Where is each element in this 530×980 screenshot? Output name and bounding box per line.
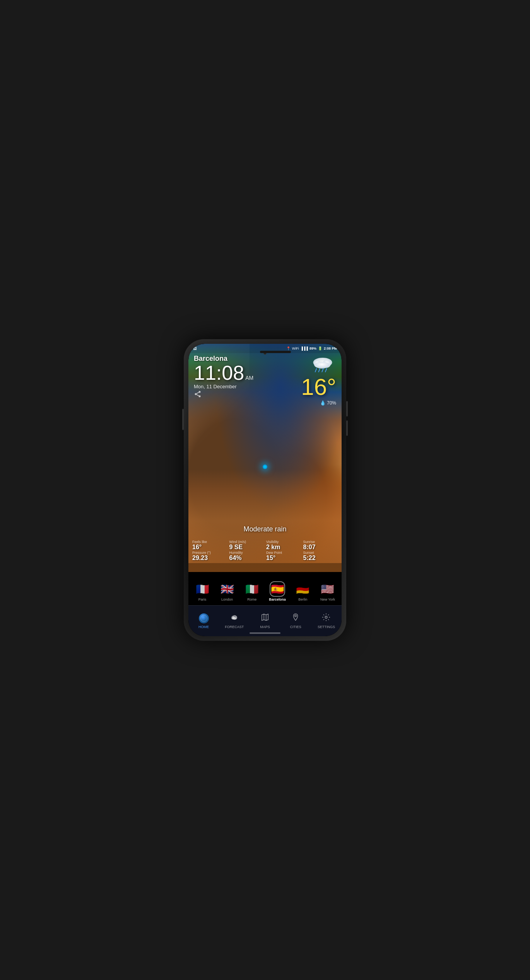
svg-line-7 xyxy=(325,369,327,372)
location-dot xyxy=(263,464,267,469)
sunset-label: Sunset xyxy=(303,551,314,555)
status-right: 📍 WiFi ▐▐▐ 89% 🔋 2:08 PM xyxy=(286,347,337,350)
sunrise-value: 8:07 xyxy=(303,544,316,551)
settings-icon xyxy=(322,613,330,623)
london-label: London xyxy=(221,598,233,601)
time-main: 11:08 xyxy=(194,363,244,383)
feels-like-stat: Feels like 16° Pressure (") 29.23 xyxy=(192,540,227,562)
forecast-icon xyxy=(230,613,239,623)
home-indicator xyxy=(250,632,280,634)
nav-cities[interactable]: CITIES xyxy=(280,610,311,632)
signal-icon: ▐▐▐ xyxy=(301,347,308,350)
battery-icon: 🔋 xyxy=(318,347,322,350)
condition-text: Moderate rain xyxy=(188,525,342,533)
barcelona-flag: 🇪🇸 xyxy=(270,581,285,597)
wind-value: 9 SE xyxy=(229,544,243,551)
sunset-value: 5:22 xyxy=(303,555,316,562)
humidity-stat-label: Humidity xyxy=(229,551,243,555)
dew-point-label: Dew Point xyxy=(266,551,282,555)
svg-line-6 xyxy=(322,369,323,372)
nav-maps[interactable]: MAPS xyxy=(250,610,280,632)
rome-flag: 🇮🇹 xyxy=(244,581,260,597)
svg-point-21 xyxy=(325,616,328,618)
svg-line-11 xyxy=(197,394,199,396)
newyork-flag: 🇺🇸 xyxy=(320,581,335,597)
time-ampm: AM xyxy=(245,375,253,381)
status-left: 🖼 xyxy=(193,347,197,350)
wifi-icon: WiFi xyxy=(292,347,299,350)
humidity-stat-value: 64% xyxy=(229,555,242,562)
svg-line-4 xyxy=(315,369,317,372)
settings-nav-label: SETTINGS xyxy=(318,625,335,629)
phone-shell: 🖼 📍 WiFi ▐▐▐ 89% 🔋 2:08 PM Barcelona xyxy=(184,339,346,641)
date-text: Mon, 11 December xyxy=(194,384,253,389)
city-newyork[interactable]: 🇺🇸 New York xyxy=(320,581,335,601)
time-hours: 11 xyxy=(194,362,216,384)
svg-point-8 xyxy=(199,391,201,393)
screen: 🖼 📍 WiFi ▐▐▐ 89% 🔋 2:08 PM Barcelona xyxy=(188,344,342,636)
location-status-icon: 📍 xyxy=(286,347,291,350)
forecast-nav-label: FORECAST xyxy=(225,625,244,629)
rome-label: Rome xyxy=(247,598,256,601)
humidity-drop-icon: 💧 xyxy=(320,400,326,406)
sunrise-label: Sunrise xyxy=(303,540,315,544)
berlin-flag: 🇩🇪 xyxy=(295,581,311,597)
time-colon: : xyxy=(216,362,222,384)
humidity-value: 70% xyxy=(327,400,336,406)
home-globe-icon xyxy=(199,613,209,623)
time-display: 11:08 AM xyxy=(194,363,253,383)
weather-stats: Feels like 16° Pressure (") 29.23 Wind (… xyxy=(188,540,342,562)
nav-home[interactable]: HOME xyxy=(188,610,219,632)
weather-icon xyxy=(309,355,336,374)
london-flag: 🇬🇧 xyxy=(219,581,235,597)
temperature-display: 16° xyxy=(301,376,336,399)
visibility-label: Visibility xyxy=(266,540,279,544)
phone-body: 🖼 📍 WiFi ▐▐▐ 89% 🔋 2:08 PM Barcelona xyxy=(188,344,342,636)
visibility-stat: Visibility 2 km Dew Point 15° xyxy=(266,540,301,562)
svg-point-16 xyxy=(231,617,236,620)
city-barcelona[interactable]: 🇪🇸 Barcelona xyxy=(269,581,286,601)
maps-nav-label: MAPS xyxy=(260,625,270,629)
time-minutes: 08 xyxy=(222,362,244,384)
feels-like-value: 16° xyxy=(192,544,202,551)
svg-point-10 xyxy=(199,395,201,397)
nav-settings[interactable]: SETTINGS xyxy=(311,610,342,632)
svg-marker-17 xyxy=(262,614,268,621)
city-berlin[interactable]: 🇩🇪 Berlin xyxy=(295,581,311,601)
sunrise-stat: Sunrise 8:07 Sunset 5:22 xyxy=(303,540,338,562)
cities-nav-label: CITIES xyxy=(290,625,301,629)
city-london[interactable]: 🇬🇧 London xyxy=(219,581,235,601)
power-button[interactable] xyxy=(182,409,184,430)
paris-label: Paris xyxy=(198,598,207,601)
volume-up-button[interactable] xyxy=(346,401,348,417)
svg-point-3 xyxy=(315,362,330,369)
visibility-value: 2 km xyxy=(266,544,280,551)
paris-flag: 🇫🇷 xyxy=(195,581,210,597)
dew-point-value: 15° xyxy=(266,555,275,562)
battery-text: 89% xyxy=(309,347,316,350)
weather-top-block: Barcelona 11:08 AM Mon, 11 December xyxy=(194,355,336,406)
berlin-label: Berlin xyxy=(298,598,307,601)
pressure-value: 29.23 xyxy=(192,555,208,562)
image-icon: 🖼 xyxy=(193,347,197,350)
feels-like-label: Feels like xyxy=(192,540,207,544)
share-icon[interactable] xyxy=(194,390,202,400)
cities-icon xyxy=(291,613,300,623)
city-paris[interactable]: 🇫🇷 Paris xyxy=(195,581,210,601)
weather-right-block: 16° 💧 70% xyxy=(301,355,336,406)
volume-down-button[interactable] xyxy=(346,420,348,436)
city-rome[interactable]: 🇮🇹 Rome xyxy=(244,581,260,601)
status-bar: 🖼 📍 WiFi ▐▐▐ 89% 🔋 2:08 PM xyxy=(188,344,342,353)
wind-label: Wind (m/s) xyxy=(229,540,246,544)
svg-line-12 xyxy=(197,392,199,393)
wind-stat: Wind (m/s) 9 SE Humidity 64% xyxy=(229,540,264,562)
city-time-block: Barcelona 11:08 AM Mon, 11 December xyxy=(194,355,253,389)
newyork-label: New York xyxy=(320,598,335,601)
pressure-label: Pressure (") xyxy=(192,551,211,555)
svg-point-9 xyxy=(195,393,197,395)
cities-row: 🇫🇷 Paris 🇬🇧 London 🇮🇹 Rome 🇪🇸 Barcelona xyxy=(188,579,342,604)
nav-forecast[interactable]: FORECAST xyxy=(219,610,250,632)
bottom-nav: HOME FORECAST xyxy=(188,605,342,636)
home-nav-label: HOME xyxy=(198,625,209,629)
svg-point-20 xyxy=(295,615,297,617)
